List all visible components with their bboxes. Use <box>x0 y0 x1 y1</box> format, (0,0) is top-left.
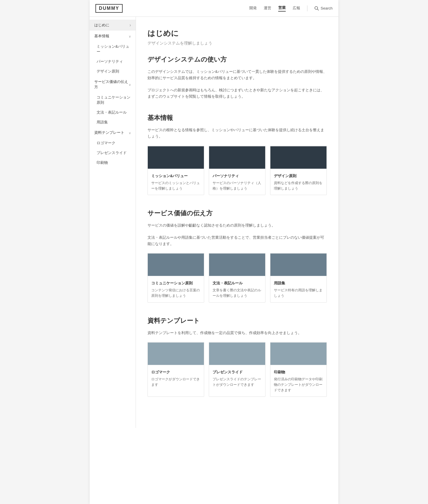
main-content: はじめに デザインシステムを理解しましょう デザインシステムの使い方 このデザイ… <box>136 17 338 428</box>
card-grammar[interactable]: 文法・表記ルール 文章を書く際の文法や表記のルールを理解しましょう <box>209 253 265 302</box>
card-personality-title: パーソナリティ <box>213 173 262 179</box>
search-label: Search <box>321 6 333 10</box>
page-title: はじめに <box>147 28 327 38</box>
svg-rect-9 <box>209 342 265 365</box>
svg-rect-3 <box>209 146 265 169</box>
card-glossary-title: 用語集 <box>274 281 323 286</box>
sidebar-sub-grammar[interactable]: 文法・表記ルール <box>90 108 136 117</box>
shiryo-section: 資料テンプレート 資料テンプレートを利用して、作成物を一定の品質で保ち、作成効率… <box>147 316 327 397</box>
card-logo-image <box>148 342 204 365</box>
nav-divider <box>307 5 307 11</box>
chevron-down-icon-kihon <box>129 34 131 38</box>
service-section-title: サービス価値の伝え方 <box>147 209 327 218</box>
sidebar-item-hajimeni[interactable]: はじめに <box>90 20 136 31</box>
card-personality-image <box>209 146 265 169</box>
card-comm[interactable]: コミュニケーション原則 コンテンツ発信における言葉の原則を理解しましょう <box>147 253 204 302</box>
card-personality[interactable]: パーソナリティ サービスのパーソナリティ（人格）を理解しましょう <box>209 146 265 195</box>
sidebar-item-shiryo[interactable]: 資料テンプレート <box>90 127 136 138</box>
card-slide-title: プレゼンスライド <box>213 370 262 375</box>
sidebar-sub-mission[interactable]: ミッション&バリュー <box>90 42 136 57</box>
nav-item-kaihatu[interactable]: 開発 <box>249 5 257 11</box>
service-card-grid: コミュニケーション原則 コンテンツ発信における言葉の原則を理解しましょう 文法・… <box>147 253 327 302</box>
shiryo-section-title: 資料テンプレート <box>147 316 327 325</box>
sidebar-item-service-label: サービス価値の伝え方 <box>94 79 129 90</box>
sidebar-sub-print[interactable]: 印刷物 <box>90 158 136 168</box>
search-area[interactable]: Search <box>314 6 333 11</box>
card-glossary-image <box>270 253 326 276</box>
svg-rect-6 <box>209 253 265 276</box>
svg-rect-5 <box>148 253 204 276</box>
card-mission-body: ミッション&バリュー サービスのミッションとバリューを理解しましょう <box>148 170 204 195</box>
sidebar-item-kihon[interactable]: 基本情報 <box>90 31 136 42</box>
search-icon <box>314 6 319 11</box>
sidebar-sub-glossary[interactable]: 用語集 <box>90 117 136 127</box>
chevron-right-icon <box>130 23 131 28</box>
card-design-principle-body: デザイン原則 資料などを作成する際の原則を理解しましょう <box>270 170 326 195</box>
svg-rect-10 <box>270 342 326 365</box>
chevron-down-icon-service <box>129 82 131 87</box>
card-print[interactable]: 印刷物 発行済みの印刷物データや印刷物のテンプレートがダウンロードできます <box>270 342 327 397</box>
card-glossary-body: 用語集 サービス特有の用語を理解しましょう <box>270 277 326 302</box>
card-comm-image <box>148 253 204 276</box>
sidebar-item-kihon-label: 基本情報 <box>94 34 109 39</box>
card-slide-image <box>209 342 265 365</box>
card-logo-desc: ロゴマークがダウンロードできます <box>151 377 200 388</box>
card-print-image <box>270 342 326 365</box>
service-section-desc2: 文法・表記ルールや用語集に基づいた営業活動をすることで、営業担当者ごとにブレのな… <box>147 234 327 247</box>
svg-point-0 <box>315 6 318 9</box>
sidebar: はじめに 基本情報 ミッション&バリュー パーソナリティ デザイン原則 サービス… <box>90 17 136 428</box>
service-section-desc1: サービスの価値を誤解や齟齬なく認知させるための原則を理解しましょう。 <box>147 222 327 229</box>
sidebar-sub-design[interactable]: デザイン原則 <box>90 66 136 76</box>
card-personality-body: パーソナリティ サービスのパーソナリティ（人格）を理解しましょう <box>209 170 265 195</box>
service-section: サービス価値の伝え方 サービスの価値を誤解や齟齬なく認知させるための原則を理解し… <box>147 209 327 303</box>
card-comm-body: コミュニケーション原則 コンテンツ発信における言葉の原則を理解しましょう <box>148 277 204 302</box>
card-print-title: 印刷物 <box>274 370 323 375</box>
shiryo-section-desc: 資料テンプレートを利用して、作成物を一定の品質で保ち、作成効率を向上させましょう… <box>147 330 327 336</box>
card-print-body: 印刷物 発行済みの印刷物データや印刷物のテンプレートがダウンロードできます <box>270 366 326 397</box>
page-wrapper: DUMMY 開発 運営 営業 広報 Search はじめに 基 <box>90 0 338 504</box>
card-print-desc: 発行済みの印刷物データや印刷物のテンプレートがダウンロードできます <box>274 377 323 393</box>
card-glossary-desc: サービス特有の用語を理解しましょう <box>274 288 323 299</box>
card-mission[interactable]: ミッション&バリュー サービスのミッションとバリューを理解しましょう <box>147 146 204 195</box>
nav-item-unei[interactable]: 運営 <box>264 5 271 11</box>
nav-item-koho[interactable]: 広報 <box>293 5 300 11</box>
card-slide-desc: プレゼンスライドのテンプレートがダウンロードできます <box>213 377 262 388</box>
kihon-section-title: 基本情報 <box>147 114 327 122</box>
svg-line-1 <box>317 9 319 10</box>
sidebar-sub-comm[interactable]: コミュニケーション原則 <box>90 92 136 108</box>
card-grammar-title: 文法・表記ルール <box>213 281 262 286</box>
sidebar-item-service[interactable]: サービス価値の伝え方 <box>90 76 136 92</box>
logo[interactable]: DUMMY <box>95 4 123 13</box>
sidebar-item-shiryo-label: 資料テンプレート <box>94 130 124 135</box>
card-grammar-body: 文法・表記ルール 文章を書く際の文法や表記のルールを理解しましょう <box>209 277 265 302</box>
card-slide-body: プレゼンスライド プレゼンスライドのテンプレートがダウンロードできます <box>209 366 265 391</box>
card-personality-desc: サービスのパーソナリティ（人格）を理解しましょう <box>213 180 262 191</box>
card-logo[interactable]: ロゴマーク ロゴマークがダウンロードできます <box>147 342 204 397</box>
sidebar-sub-logo[interactable]: ロゴマーク <box>90 138 136 148</box>
card-logo-title: ロゴマーク <box>151 370 200 375</box>
card-logo-body: ロゴマーク ロゴマークがダウンロードできます <box>148 366 204 391</box>
usage-section-title: デザインシステムの使い方 <box>147 55 327 64</box>
svg-rect-4 <box>270 146 326 169</box>
sidebar-sub-personality[interactable]: パーソナリティ <box>90 57 136 66</box>
kihon-section-desc: サービスの根幹となる情報を参照し、ミッションやバリューに基づいた体験を提供し続け… <box>147 127 327 140</box>
sidebar-item-hajimeni-label: はじめに <box>94 23 109 28</box>
usage-section: デザインシステムの使い方 このデザインシステムでは、ミッション&バリューに基づい… <box>147 55 327 100</box>
kihon-section: 基本情報 サービスの根幹となる情報を参照し、ミッションやバリューに基づいた体験を… <box>147 114 327 195</box>
nav-item-eigyo[interactable]: 営業 <box>278 5 286 12</box>
chevron-down-icon-shiryo <box>129 131 131 135</box>
sidebar-sub-slide[interactable]: プレゼンスライド <box>90 148 136 158</box>
card-mission-image <box>148 146 204 169</box>
card-design-principle-desc: 資料などを作成する際の原則を理解しましょう <box>274 180 323 191</box>
card-grammar-desc: 文章を書く際の文法や表記のルールを理解しましょう <box>213 288 262 299</box>
card-grammar-image <box>209 253 265 276</box>
usage-description-1: このデザインシステムでは、ミッション&バリューに基づいて一貫した体験を提供するた… <box>147 68 327 81</box>
page-subtitle: デザインシステムを理解しましょう <box>147 41 327 46</box>
main-nav: 開発 運営 営業 広報 Search <box>249 5 333 12</box>
card-slide[interactable]: プレゼンスライド プレゼンスライドのテンプレートがダウンロードできます <box>209 342 265 397</box>
card-design-principle[interactable]: デザイン原則 資料などを作成する際の原則を理解しましょう <box>270 146 327 195</box>
card-comm-title: コミュニケーション原則 <box>151 281 200 286</box>
card-design-principle-title: デザイン原則 <box>274 173 323 179</box>
card-glossary[interactable]: 用語集 サービス特有の用語を理解しましょう <box>270 253 327 302</box>
card-mission-title: ミッション&バリュー <box>151 173 200 179</box>
